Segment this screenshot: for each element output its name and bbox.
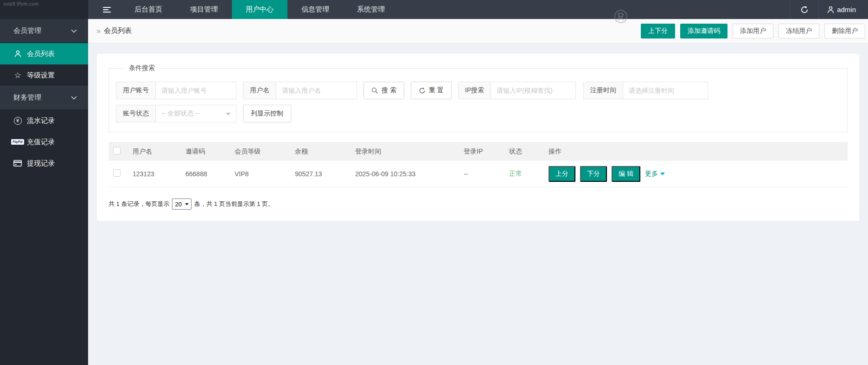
yen-circle-icon: ¥ (13, 116, 23, 125)
username-label: admin (837, 6, 856, 13)
col-login-time: 登录时间 (351, 143, 459, 160)
register-time-label: 注册时间 (583, 82, 623, 99)
reset-icon (419, 87, 426, 94)
user-icon (827, 6, 834, 13)
row-actions: 上分 下分 编 辑 更多 (549, 166, 843, 182)
sidebar-item-label: 提现记录 (27, 159, 55, 168)
add-invite-code-button[interactable]: 添加邀请码 (680, 24, 728, 38)
column-display-button[interactable]: 列显示控制 (243, 105, 291, 122)
row-checkbox[interactable] (113, 169, 121, 177)
cell-invite-code: 666888 (181, 160, 230, 187)
topbar-right: admin (790, 0, 868, 19)
account-status-field: 账号状态 -- 全部状态 -- (116, 105, 236, 122)
status-badge: 正常 (509, 170, 522, 177)
hamburger-menu-icon[interactable] (93, 0, 121, 19)
col-actions: 操作 (544, 143, 848, 160)
sidebar-group-label: 财务管理 (13, 93, 41, 102)
ip-search-field: IP搜索 (458, 82, 576, 99)
add-score-button[interactable]: 上分 (549, 166, 575, 182)
account-label: 用户账号 (116, 82, 155, 99)
page-size-select[interactable]: 20 (172, 199, 191, 210)
account-input[interactable] (155, 82, 236, 99)
table-row: 123123 666888 VIP8 90527.13 2025-06-09 1… (108, 160, 848, 187)
ip-search-input[interactable] (491, 82, 576, 99)
site-watermark: svip9.9fym.com (3, 1, 38, 6)
sidebar-group-label: 会员管理 (13, 26, 41, 35)
refresh-icon[interactable] (790, 0, 818, 19)
header-actions: 上下分 添加邀请码 添加用户 冻结用户 删除用户 (641, 24, 865, 38)
register-time-field: 注册时间 (583, 82, 708, 99)
pagination-bar: 共 1 条记录，每页显示 20 条，共 1 页当前显示第 1 页。 (108, 199, 848, 210)
sidebar-item-member-list[interactable]: 会员列表 (0, 43, 88, 64)
select-all-checkbox[interactable] (113, 147, 121, 154)
cell-login-ip: -- (459, 160, 504, 187)
member-table: 用户名 邀请码 会员等级 余额 登录时间 登录IP 状态 操作 (108, 142, 848, 187)
main-column: 后台首页 项目管理 用户中心 信息管理 系统管理 admin ® (88, 0, 868, 365)
search-icon (371, 87, 378, 94)
cell-balance: 90527.13 (290, 160, 351, 187)
col-username: 用户名 (128, 143, 181, 160)
breadcrumb-arrow: » (96, 27, 101, 35)
top-navbar: 后台首页 项目管理 用户中心 信息管理 系统管理 admin (88, 0, 868, 19)
page-size-caret-icon (185, 203, 189, 205)
search-legend: 条件搜索 (124, 64, 160, 72)
deduct-score-button[interactable]: 下分 (580, 166, 607, 182)
search-button[interactable]: 搜 索 (364, 82, 404, 99)
up-down-points-button[interactable]: 上下分 (641, 24, 675, 38)
sidebar-item-flow-records[interactable]: ¥ 流水记录 (0, 110, 88, 131)
cell-level: VIP8 (230, 160, 290, 187)
sidebar-group-finance-management[interactable]: 财务管理 (0, 86, 88, 110)
search-fieldset: 条件搜索 用户账号 用户名 搜 索 (108, 64, 848, 132)
user-menu[interactable]: admin (818, 0, 868, 19)
page-title: 会员列表 (104, 26, 132, 35)
cell-username: 123123 (128, 160, 181, 187)
edit-button[interactable]: 编 辑 (612, 166, 640, 182)
page-info-text: 条，共 1 页当前显示第 1 页。 (194, 200, 274, 208)
sidebar-item-label: 等级设置 (27, 71, 55, 80)
account-status-label: 账号状态 (116, 105, 155, 122)
sidebar-group-member-management[interactable]: 会员管理 (0, 19, 88, 43)
paypal-icon: PayPal (13, 138, 23, 146)
search-row-1: 用户账号 用户名 搜 索 重 置 (116, 82, 840, 99)
sidebar-item-label: 流水记录 (27, 116, 55, 125)
sidebar-item-level-settings[interactable]: ☆ 等级设置 (0, 64, 88, 86)
account-status-value: -- 全部状态 -- (161, 109, 199, 118)
content-area: » 会员列表 上下分 添加邀请码 添加用户 冻结用户 删除用户 条件搜索 用户账… (88, 19, 868, 365)
nav-item-info[interactable]: 信息管理 (287, 0, 343, 19)
star-icon: ☆ (13, 71, 23, 79)
sidebar-item-label: 充值记录 (27, 138, 55, 147)
col-login-ip: 登录IP (459, 143, 504, 160)
account-field: 用户账号 (116, 82, 236, 99)
ip-search-label: IP搜索 (458, 82, 491, 99)
add-user-button[interactable]: 添加用户 (733, 24, 773, 38)
person-icon (13, 50, 23, 58)
register-time-input[interactable] (623, 82, 708, 99)
account-status-select[interactable]: -- 全部状态 -- (155, 105, 236, 122)
member-list-card: 条件搜索 用户账号 用户名 搜 索 (96, 53, 860, 221)
chevron-down-icon (69, 94, 79, 102)
sidebar: svip9.9fym.com 会员管理 会员列表 ☆ 等级设置 财务管理 ¥ (0, 0, 88, 365)
col-status: 状态 (504, 143, 544, 160)
table-header-row: 用户名 邀请码 会员等级 余额 登录时间 登录IP 状态 操作 (108, 143, 848, 160)
sidebar-item-label: 会员列表 (27, 50, 55, 58)
nav-item-projects[interactable]: 项目管理 (176, 0, 232, 19)
sidebar-item-withdraw-records[interactable]: 提现记录 (0, 153, 88, 174)
select-caret-icon (226, 113, 230, 115)
col-invite-code: 邀请码 (181, 143, 230, 160)
reset-button[interactable]: 重 置 (411, 82, 452, 99)
col-level: 会员等级 (230, 143, 290, 160)
freeze-user-button[interactable]: 冻结用户 (779, 24, 819, 38)
nav-item-system[interactable]: 系统管理 (343, 0, 399, 19)
search-row-2: 账号状态 -- 全部状态 -- 列显示控制 (116, 105, 840, 122)
username-label: 用户名 (243, 82, 276, 99)
nav-item-user-center[interactable]: 用户中心 (232, 0, 287, 19)
chevron-down-icon (69, 27, 79, 35)
delete-user-button[interactable]: 删除用户 (824, 24, 865, 38)
record-count-text: 共 1 条记录，每页显示 (108, 200, 169, 208)
username-input[interactable] (276, 82, 357, 99)
sidebar-item-recharge-records[interactable]: PayPal 充值记录 (0, 131, 88, 153)
breadcrumb-bar: » 会员列表 上下分 添加邀请码 添加用户 冻结用户 删除用户 (88, 19, 868, 43)
more-dropdown[interactable]: 更多 (645, 170, 665, 178)
nav-item-home[interactable]: 后台首页 (121, 0, 176, 19)
col-balance: 余额 (290, 143, 351, 160)
